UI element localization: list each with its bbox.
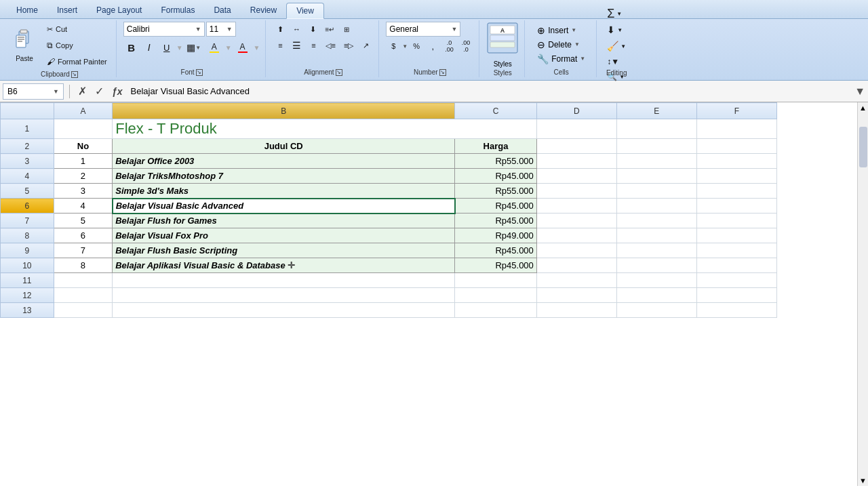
cell-d10[interactable] [536,258,616,273]
cell-e4[interactable] [616,169,696,184]
cell-b7[interactable]: Belajar Flush for Games [113,214,455,228]
cell-f13[interactable] [696,303,776,318]
tab-formulas[interactable]: Formulas [151,2,204,18]
cell-d1[interactable] [536,119,616,139]
cell-d9[interactable] [536,243,616,258]
align-top-button[interactable]: ⬆ [273,22,288,37]
tab-review[interactable]: Review [241,2,286,18]
cell-c8[interactable]: Rp49.000 [455,228,537,243]
cell-c3[interactable]: Rp55.000 [455,154,537,169]
scrollbar-thumb[interactable] [859,127,867,167]
cell-b3[interactable]: Belajar Office 2003 [113,154,455,169]
number-format-selector[interactable]: General ▼ [386,22,460,37]
cell-d7[interactable] [536,214,616,228]
cell-f5[interactable] [696,184,776,199]
cell-c13[interactable] [455,303,537,318]
align-left-button[interactable]: ≡ [273,38,288,53]
function-wizard-icon[interactable]: ƒx [109,86,125,97]
tab-view[interactable]: View [286,3,324,19]
underline-button[interactable]: U [159,40,175,55]
corner-cell[interactable] [1,103,54,119]
cell-a9[interactable]: 7 [54,243,113,258]
align-middle-button[interactable]: ↔ [289,22,304,37]
cell-b12[interactable] [113,288,455,303]
row-header-13[interactable]: 13 [1,303,54,318]
cell-d8[interactable] [536,228,616,243]
cell-d6[interactable] [536,199,616,214]
cell-f2[interactable] [696,139,776,154]
align-right-button[interactable]: ≡ [306,38,321,53]
cell-f9[interactable] [696,243,776,258]
row-header-11[interactable]: 11 [1,273,54,288]
indent-decrease-button[interactable]: ◁≡ [322,38,338,53]
col-header-c[interactable]: C [455,103,537,119]
border-button[interactable]: ▦ ▼ [184,40,203,55]
cell-b2[interactable]: Judul CD [113,139,455,154]
cell-e2[interactable] [616,139,696,154]
align-bottom-button[interactable]: ⬇ [305,22,320,37]
cell-e7[interactable] [616,214,696,228]
indent-increase-button[interactable]: ≡▷ [340,38,357,53]
name-box[interactable]: B6 ▼ [3,83,64,100]
percent-button[interactable]: % [409,39,424,54]
font-color-button[interactable]: A [233,40,252,55]
col-header-b[interactable]: B [113,103,455,119]
cell-e3[interactable] [616,154,696,169]
tab-insert[interactable]: Insert [47,2,87,18]
row-header-8[interactable]: 8 [1,228,54,243]
cell-c2[interactable]: Harga [455,139,537,154]
clear-button[interactable]: 🧹 ▼ [604,39,629,54]
paste-button[interactable]: Paste [8,22,41,68]
cell-d4[interactable] [536,169,616,184]
formula-input[interactable] [128,83,852,100]
col-header-d[interactable]: D [536,103,616,119]
scroll-up-button[interactable]: ▲ [858,102,868,113]
cell-a2[interactable]: No [54,139,113,154]
row-header-3[interactable]: 3 [1,154,54,169]
cell-b11[interactable] [113,273,455,288]
cell-b9[interactable]: Belajar Flush Basic Scripting [113,243,455,258]
font-name-selector[interactable]: Calibri ▼ [123,22,205,37]
cell-e5[interactable] [616,184,696,199]
cell-b5[interactable]: Simple 3d's Maks [113,184,455,199]
tab-page-layout[interactable]: Page Layout [87,2,151,18]
cell-f11[interactable] [696,273,776,288]
font-size-selector[interactable]: 11 ▼ [206,22,236,37]
clipboard-expand-icon[interactable]: ↘ [71,71,78,78]
cell-b4[interactable]: Belajar TriksMhotoshop 7 [113,169,455,184]
cell-e9[interactable] [616,243,696,258]
row-header-5[interactable]: 5 [1,184,54,199]
fill-color-button[interactable]: A [205,40,224,55]
cell-d11[interactable] [536,273,616,288]
cell-c11[interactable] [455,273,537,288]
delete-button[interactable]: ⊖ Delete ▼ [532,38,591,52]
cell-a5[interactable]: 3 [54,184,113,199]
styles-button[interactable]: A Styles [486,22,519,68]
merge-center-button[interactable]: ⊞ [339,22,354,37]
col-header-e[interactable]: E [616,103,696,119]
cell-b10[interactable]: Belajar Aplikasi Visual Basic & Database… [113,258,455,273]
cell-e1[interactable] [616,119,696,139]
cell-a1[interactable] [54,119,113,139]
cell-b13[interactable] [113,303,455,318]
increase-decimal-button[interactable]: .0.00 [441,39,457,54]
italic-button[interactable]: I [141,40,157,55]
fill-button[interactable]: ⬇ ▼ [604,22,629,37]
cell-e13[interactable] [616,303,696,318]
sort-filter-button[interactable]: ↕▼ [604,55,629,68]
cell-f4[interactable] [696,169,776,184]
row-header-9[interactable]: 9 [1,243,54,258]
row-header-2[interactable]: 2 [1,139,54,154]
cell-f10[interactable] [696,258,776,273]
cell-f6[interactable] [696,199,776,214]
cell-d13[interactable] [536,303,616,318]
cell-e6[interactable] [616,199,696,214]
insert-dropdown-arrow[interactable]: ▼ [571,27,576,33]
align-center-button[interactable]: ☰ [289,38,304,53]
vertical-scrollbar[interactable]: ▲ ▼ [857,102,868,486]
format-button[interactable]: 🔧 Format ▼ [532,52,591,66]
cell-a4[interactable]: 2 [54,169,113,184]
cell-f3[interactable] [696,154,776,169]
font-expand-icon[interactable]: ↘ [196,69,203,76]
copy-button[interactable]: ⧉ Copy [43,38,111,53]
